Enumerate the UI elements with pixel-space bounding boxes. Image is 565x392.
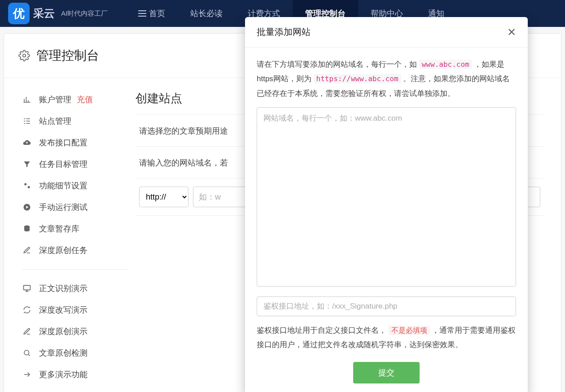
menu-icon: [138, 10, 146, 17]
auth-input[interactable]: [257, 296, 516, 316]
domains-textarea[interactable]: [257, 107, 516, 287]
sidebar-item-label: 深度原创任务: [39, 245, 88, 256]
sidebar: 账户管理 充值 站点管理 发布接口配置 任务目标管理 功能细节设置: [18, 87, 132, 387]
play-circle-icon: [22, 202, 32, 212]
auth-description: 鉴权接口地址用于自定义接口文件名， 不是必填项 ，通常用于需要通用鉴权接口的用户…: [257, 323, 516, 353]
svg-point-1: [24, 183, 26, 185]
sidebar-item-label: 功能细节设置: [39, 180, 88, 191]
sidebar-item-label: 任务目标管理: [39, 159, 88, 170]
example-code-2: https://www.abc.com: [314, 74, 401, 83]
sidebar-item-publish[interactable]: 发布接口配置: [18, 132, 132, 153]
example-code-1: www.abc.com: [419, 60, 472, 69]
sidebar-item-deep[interactable]: 深度原创任务: [18, 240, 132, 261]
sidebar-item-label: 文章原创检测: [39, 348, 88, 358]
svg-rect-5: [24, 285, 31, 290]
filter-icon: [22, 159, 32, 169]
sidebar-item-label: 发布接口配置: [39, 137, 88, 148]
sidebar-item-deep-demo[interactable]: 深度原创演示: [18, 321, 132, 342]
monitor-icon: [22, 283, 32, 293]
nav-home[interactable]: 首页: [126, 0, 178, 27]
cogs-icon: [22, 181, 32, 191]
svg-point-2: [28, 186, 30, 188]
sidebar-item-more[interactable]: 更多演示功能: [18, 364, 132, 385]
sidebar-item-tasks[interactable]: 任务目标管理: [18, 153, 132, 175]
sidebar-item-label: 正文识别演示: [39, 283, 88, 294]
nav-webmaster[interactable]: 站长必读: [178, 0, 235, 27]
sidebar-item-rewrite[interactable]: 深度改写演示: [18, 299, 132, 321]
sidebar-item-label: 文章暂存库: [39, 223, 79, 234]
database-icon: [22, 224, 32, 234]
nav-home-label: 首页: [149, 8, 165, 19]
sidebar-item-sites[interactable]: 站点管理: [18, 110, 132, 132]
brand-mark: 优: [8, 3, 30, 24]
sidebar-item-label: 更多演示功能: [39, 369, 88, 380]
svg-point-0: [23, 54, 26, 57]
modal-instruction: 请在下方填写要添加的网站域名，每行一个，如 www.abc.com ，如果是ht…: [257, 57, 516, 101]
sidebar-item-label: 账户管理: [39, 94, 71, 105]
search-icon: [22, 348, 32, 358]
sidebar-item-label: 深度改写演示: [39, 305, 88, 315]
sidebar-item-label: 深度原创演示: [39, 326, 88, 337]
optional-note: 不是必填项: [389, 326, 430, 335]
sidebar-item-label: 手动运行测试: [39, 202, 88, 213]
edit-icon: [22, 245, 32, 255]
edit-icon: [22, 327, 32, 336]
sidebar-item-label: 站点管理: [39, 116, 71, 126]
batch-add-modal: 批量添加网站 ✕ 请在下方填写要添加的网站域名，每行一个，如 www.abc.c…: [245, 17, 528, 392]
brand-sub: AI时代内容工厂: [61, 9, 108, 18]
svg-point-6: [24, 350, 29, 355]
sidebar-item-storage[interactable]: 文章暂存库: [18, 218, 132, 240]
cloud-upload-icon: [22, 138, 32, 148]
page-title: 管理控制台: [36, 47, 99, 64]
refresh-icon: [22, 305, 32, 315]
modal-header: 批量添加网站 ✕: [245, 17, 528, 48]
share-icon: [22, 370, 32, 379]
brand[interactable]: 优 采云 AI时代内容工厂: [8, 3, 108, 24]
protocol-select[interactable]: http://: [139, 187, 188, 207]
bar-chart-icon: [22, 95, 32, 105]
list-icon: [22, 116, 32, 126]
sidebar-item-account[interactable]: 账户管理 充值: [18, 89, 132, 110]
gear-icon: [18, 50, 30, 61]
sidebar-item-settings[interactable]: 功能细节设置: [18, 175, 132, 196]
modal-body: 请在下方填写要添加的网站域名，每行一个，如 www.abc.com ，如果是ht…: [245, 48, 528, 392]
brand-cn: 采云: [33, 6, 55, 21]
sidebar-item-text-detect[interactable]: 正文识别演示: [18, 278, 132, 299]
sidebar-divider: [22, 269, 127, 270]
submit-button[interactable]: 提交: [353, 362, 420, 383]
close-icon[interactable]: ✕: [507, 27, 516, 38]
sidebar-item-check[interactable]: 文章原创检测: [18, 342, 132, 364]
modal-title: 批量添加网站: [257, 26, 311, 38]
recharge-badge[interactable]: 充值: [77, 94, 93, 105]
sidebar-item-run[interactable]: 手动运行测试: [18, 196, 132, 218]
